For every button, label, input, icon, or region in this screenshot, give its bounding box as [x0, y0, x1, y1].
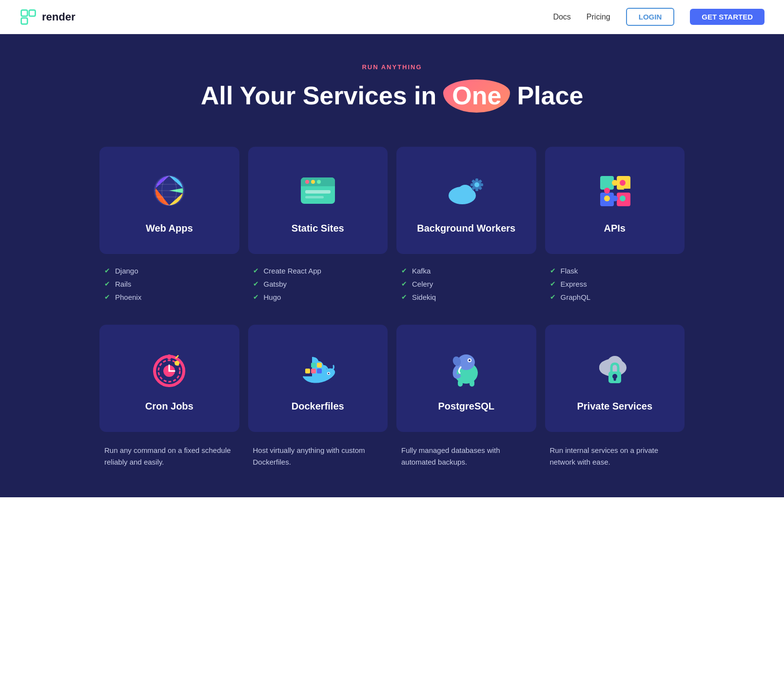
top-feature-grid: ✔ Django ✔ Rails ✔ Phoenix ✔ Create Reac…: [99, 259, 685, 311]
service-card-private-services[interactable]: Private Services: [545, 325, 685, 432]
check-icon: ✔: [550, 280, 556, 288]
bottom-service-grid: Cron Jobs: [99, 325, 685, 432]
feature-rails: ✔ Rails: [104, 280, 235, 288]
pricing-link[interactable]: Pricing: [587, 13, 610, 21]
web-apps-features: ✔ Django ✔ Rails ✔ Phoenix: [99, 259, 239, 311]
check-icon: ✔: [104, 267, 110, 274]
check-icon: ✔: [401, 267, 407, 274]
dockerfiles-icon: [298, 349, 337, 388]
nav-links: Docs Pricing LOGIN GET STARTED: [553, 8, 764, 26]
svg-point-39: [604, 195, 610, 201]
apis-features: ✔ Flask ✔ Express ✔ GraphQL: [545, 259, 685, 311]
service-card-background-workers[interactable]: Background Workers: [396, 147, 536, 254]
feature-django: ✔ Django: [104, 267, 235, 275]
cron-jobs-label: Cron Jobs: [145, 400, 194, 412]
feature-graphql: ✔ GraphQL: [550, 293, 680, 301]
render-logo-icon: [20, 8, 37, 26]
bottom-descriptions: Run any command on a fixed schedule reli…: [99, 437, 685, 468]
background-workers-label: Background Workers: [417, 222, 515, 235]
check-icon: ✔: [104, 293, 110, 301]
check-icon: ✔: [104, 280, 110, 288]
postgresql-desc: Fully managed databases with automated b…: [396, 437, 536, 468]
svg-point-12: [305, 180, 309, 184]
svg-point-21: [474, 182, 479, 187]
feature-gatsby: ✔ Gatsby: [253, 280, 383, 288]
hero-title: All Your Services in One Place: [20, 79, 764, 113]
feature-flask: ✔ Flask: [550, 267, 680, 275]
svg-rect-23: [475, 188, 478, 191]
apis-icon: [595, 171, 634, 210]
svg-point-38: [612, 195, 618, 201]
svg-rect-0: [21, 10, 28, 16]
service-card-postgresql[interactable]: PostgreSQL: [396, 325, 536, 432]
feature-sidekiq: ✔ Sidekiq: [401, 293, 531, 301]
svg-point-56: [469, 359, 470, 361]
cron-jobs-icon: [150, 349, 189, 388]
web-apps-label: Web Apps: [146, 222, 193, 235]
feature-kafka: ✔ Kafka: [401, 267, 531, 275]
hero-section: RUN ANYTHING All Your Services in One Pl…: [0, 34, 784, 137]
background-workers-icon: [447, 171, 486, 210]
service-card-dockerfiles[interactable]: Dockerfiles: [248, 325, 388, 432]
check-icon: ✔: [253, 280, 259, 288]
private-services-icon: [595, 349, 634, 388]
docs-link[interactable]: Docs: [553, 13, 570, 21]
svg-rect-30: [600, 176, 614, 190]
hero-title-before: All Your Services in: [201, 81, 437, 111]
check-icon: ✔: [550, 293, 556, 301]
dockerfiles-desc: Host virtually anything with custom Dock…: [248, 437, 388, 468]
svg-point-14: [317, 180, 321, 184]
hero-tag: RUN ANYTHING: [20, 63, 764, 71]
static-sites-features: ✔ Create React App ✔ Gatsby ✔ Hugo: [248, 259, 388, 311]
feature-celery: ✔ Celery: [401, 280, 531, 288]
svg-rect-59: [470, 380, 474, 387]
svg-point-34: [612, 180, 618, 186]
logo-text: render: [42, 11, 75, 23]
svg-rect-43: [167, 354, 171, 359]
top-service-grid: Web Apps Static Sites: [99, 147, 685, 254]
postgresql-icon: [447, 349, 486, 388]
service-card-apis[interactable]: APIs: [545, 147, 685, 254]
svg-point-35: [604, 188, 610, 194]
feature-phoenix: ✔ Phoenix: [104, 293, 235, 301]
svg-rect-2: [21, 18, 28, 24]
svg-rect-47: [311, 369, 316, 373]
svg-rect-46: [305, 369, 310, 373]
svg-rect-49: [317, 369, 322, 373]
navigation: render Docs Pricing LOGIN GET STARTED: [0, 0, 784, 34]
service-card-cron-jobs[interactable]: Cron Jobs: [99, 325, 239, 432]
check-icon: ✔: [253, 293, 259, 301]
postgresql-label: PostgreSQL: [438, 400, 494, 412]
check-icon: ✔: [550, 267, 556, 274]
static-sites-icon: [298, 171, 337, 210]
feature-create-react-app: ✔ Create React App: [253, 267, 383, 275]
check-icon: ✔: [253, 267, 259, 274]
service-card-web-apps[interactable]: Web Apps: [99, 147, 239, 254]
svg-rect-48: [311, 363, 316, 368]
dockerfiles-label: Dockerfiles: [292, 400, 344, 412]
svg-rect-25: [480, 183, 483, 186]
hero-title-highlight: One: [443, 79, 510, 113]
static-sites-label: Static Sites: [292, 222, 344, 235]
login-button[interactable]: LOGIN: [626, 8, 675, 26]
check-icon: ✔: [401, 280, 407, 288]
svg-point-19: [457, 185, 473, 200]
svg-rect-22: [475, 178, 478, 182]
svg-rect-65: [613, 377, 616, 381]
feature-hugo: ✔ Hugo: [253, 293, 383, 301]
web-apps-icon: [150, 171, 189, 210]
svg-rect-1: [29, 10, 36, 16]
logo[interactable]: render: [20, 8, 75, 26]
main-content: Web Apps Static Sites: [0, 137, 784, 497]
feature-express: ✔ Express: [550, 280, 680, 288]
svg-point-36: [620, 195, 626, 201]
background-workers-features: ✔ Kafka ✔ Celery ✔ Sidekiq: [396, 259, 536, 311]
svg-point-37: [620, 180, 626, 186]
hero-title-after: Place: [517, 81, 583, 111]
service-card-static-sites[interactable]: Static Sites: [248, 147, 388, 254]
get-started-button[interactable]: GET STARTED: [690, 9, 764, 25]
svg-rect-58: [458, 380, 463, 387]
svg-point-13: [311, 180, 315, 184]
svg-point-44: [175, 361, 179, 366]
svg-point-52: [328, 372, 329, 374]
